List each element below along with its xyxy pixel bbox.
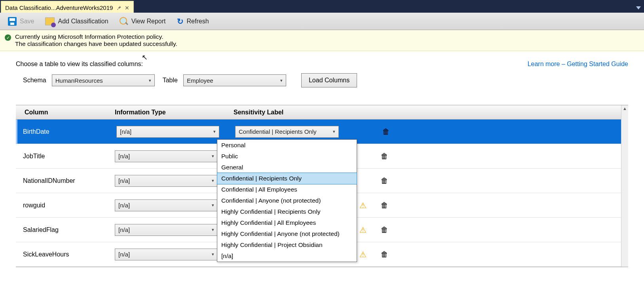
chevron-down-icon: ▾	[280, 78, 283, 83]
tab-title: Data Classificatio...AdventureWorks2019	[5, 4, 113, 11]
dropdown-option[interactable]: Confidential | Recipients Only	[217, 173, 357, 184]
sensitivity-dropdown[interactable]: Confidential | Recipients Only▾	[235, 126, 339, 138]
dropdown-option[interactable]: Highly Confidential | Recipients Only	[217, 206, 357, 217]
scroll-up-icon[interactable]: ▲	[621, 105, 628, 111]
grid-body: BirthDate[n/a]▾Confidential | Recipients…	[16, 120, 628, 267]
delete-cell: 🗑︎	[375, 127, 397, 136]
column-name: SalariedFlag	[16, 226, 115, 234]
chevron-down-icon: ▾	[212, 203, 214, 208]
trash-icon[interactable]: 🗑︎	[381, 226, 388, 234]
dropdown-option[interactable]: Confidential | All Employees	[217, 184, 357, 195]
dropdown-option[interactable]: General	[217, 162, 357, 173]
refresh-icon: ↻	[177, 17, 184, 26]
warning-icon: ⚠︎	[359, 201, 367, 210]
trash-icon[interactable]: 🗑︎	[381, 152, 388, 160]
header-sensitivity: Sensitivity Label	[234, 109, 352, 116]
add-classification-label: Add Classification	[58, 18, 108, 25]
trash-icon[interactable]: 🗑︎	[382, 127, 390, 136]
info-type-dropdown[interactable]: [n/a]▾	[115, 199, 218, 211]
sensitivity-value: Confidential | Recipients Only	[239, 128, 317, 135]
info-type-cell: [n/a]▾	[116, 126, 235, 138]
refresh-button[interactable]: ↻ Refresh	[171, 14, 215, 28]
dropdown-option[interactable]: Highly Confidential | Project Obsidian	[217, 239, 357, 251]
notification-line-2: The classification changes have been upd…	[15, 40, 177, 47]
chevron-down-icon: ▾	[212, 154, 214, 159]
info-type-value: [n/a]	[120, 128, 131, 135]
warning-icon: ⚠︎	[359, 225, 367, 235]
classification-icon	[45, 17, 55, 25]
column-name: BirthDate	[17, 128, 116, 135]
warning-icon: ⚠︎	[359, 250, 367, 259]
trash-icon[interactable]: 🗑︎	[381, 250, 388, 258]
chevron-down-icon: ▾	[333, 129, 335, 134]
document-tab[interactable]: Data Classificatio...AdventureWorks2019 …	[1, 1, 134, 13]
info-type-value: [n/a]	[118, 153, 130, 159]
dropdown-option[interactable]: Personal	[217, 140, 357, 151]
info-type-value: [n/a]	[118, 226, 130, 233]
toolbar: Save Add Classification View Report ↻ Re…	[0, 13, 644, 30]
view-report-button[interactable]: View Report	[114, 15, 171, 28]
trash-icon[interactable]: 🗑︎	[381, 177, 388, 185]
info-type-cell: [n/a]▾	[115, 249, 234, 260]
search-icon	[120, 17, 128, 26]
dropdown-option[interactable]: Highly Confidential | All Employees	[217, 217, 357, 228]
chevron-down-icon: ▾	[213, 129, 216, 134]
sensitivity-cell: Confidential | Recipients Only▾	[235, 126, 354, 138]
chevron-down-icon: ▾	[149, 78, 151, 83]
schema-dropdown[interactable]: HumanResources ▾	[52, 74, 155, 86]
chevron-down-icon: ▾	[212, 252, 214, 257]
schema-label: Schema	[23, 77, 46, 84]
dropdown-option[interactable]: [n/a]	[217, 251, 357, 262]
info-type-dropdown[interactable]: [n/a]▾	[116, 126, 219, 138]
titlebar-dropdown-icon[interactable]	[636, 6, 641, 9]
dropdown-option[interactable]: Confidential | Anyone (not protected)	[217, 195, 357, 206]
dropdown-option[interactable]: Highly Confidential | Anyone (not protec…	[217, 228, 357, 239]
classification-grid: Column Information Type Sensitivity Labe…	[16, 105, 628, 267]
chevron-down-icon: ▾	[212, 178, 214, 183]
learn-more-link[interactable]: Learn more – Getting Started Guide	[528, 61, 628, 68]
prompt-row: Choose a table to view its classified co…	[16, 61, 628, 68]
selector-row: Schema HumanResources ▾ Table Employee ▾…	[16, 73, 628, 87]
view-report-label: View Report	[131, 18, 166, 25]
save-button[interactable]: Save	[2, 15, 40, 28]
info-type-cell: [n/a]▾	[115, 224, 234, 236]
column-name: NationalIDNumber	[16, 177, 115, 184]
close-icon[interactable]: ✕	[125, 5, 129, 11]
notification-bar: ✓ Currently using Microsoft Information …	[0, 30, 644, 51]
column-name: SickLeaveHours	[16, 251, 115, 258]
table-label: Table	[163, 77, 178, 84]
table-dropdown[interactable]: Employee ▾	[183, 74, 286, 86]
delete-cell: 🗑︎	[374, 177, 395, 185]
info-type-value: [n/a]	[118, 202, 130, 209]
chevron-down-icon: ▾	[212, 227, 214, 232]
table-value: Employee	[187, 77, 213, 84]
pin-icon[interactable]: 📌︎	[116, 5, 122, 11]
info-type-value: [n/a]	[118, 251, 130, 258]
trash-icon[interactable]: 🗑︎	[381, 201, 388, 209]
add-classification-button[interactable]: Add Classification	[40, 15, 114, 28]
save-label: Save	[20, 18, 34, 25]
choose-table-prompt: Choose a table to view its classified co…	[16, 61, 143, 68]
info-type-cell: [n/a]▾	[115, 150, 234, 162]
header-column: Column	[16, 109, 115, 116]
notification-line-1: Currently using Microsoft Information Pr…	[15, 33, 177, 40]
delete-cell: 🗑︎	[374, 201, 395, 210]
info-type-cell: [n/a]▾	[115, 175, 234, 187]
save-icon	[8, 17, 17, 26]
load-columns-label: Load Columns	[309, 77, 350, 84]
info-type-value: [n/a]	[118, 177, 130, 184]
dropdown-option[interactable]: Public	[217, 151, 357, 162]
info-type-dropdown[interactable]: [n/a]▾	[115, 249, 218, 260]
vertical-scrollbar[interactable]: ▲	[621, 105, 628, 267]
delete-cell: 🗑︎	[374, 152, 395, 161]
info-type-dropdown[interactable]: [n/a]▾	[115, 224, 218, 236]
info-type-dropdown[interactable]: [n/a]▾	[115, 175, 218, 187]
info-type-dropdown[interactable]: [n/a]▾	[115, 150, 218, 162]
delete-cell: 🗑︎	[374, 226, 395, 234]
sensitivity-dropdown-panel[interactable]: PersonalPublicGeneralConfidential | Reci…	[217, 139, 357, 262]
success-icon: ✓	[5, 34, 11, 41]
column-name: JobTitle	[16, 153, 115, 160]
delete-cell: 🗑︎	[374, 250, 395, 259]
load-columns-button[interactable]: Load Columns	[301, 73, 357, 87]
notification-text: Currently using Microsoft Information Pr…	[15, 33, 177, 47]
